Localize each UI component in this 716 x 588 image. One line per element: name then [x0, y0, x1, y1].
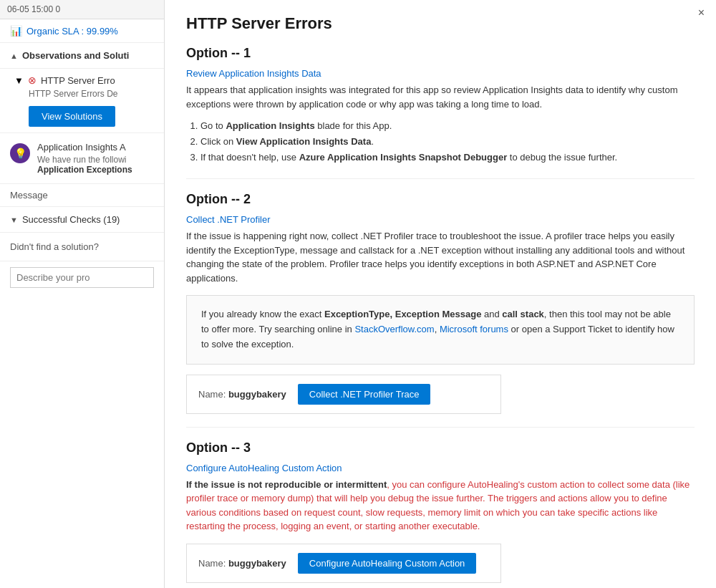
option2-action-row: Name: buggybakery Collect .NET Profiler … — [186, 375, 501, 414]
option3-heading: Option -- 3 — [186, 440, 695, 456]
option3-name-value: buggybakery — [228, 558, 286, 569]
option2-link[interactable]: Collect .NET Profiler — [186, 214, 695, 225]
right-panel: × HTTP Server Errors Option -- 1 Review … — [165, 0, 716, 588]
option2-name-value: buggybakery — [228, 389, 286, 400]
step-1: Go to Application Insights blade for thi… — [200, 118, 695, 134]
insight-desc-prefix: We have run the followi — [37, 155, 127, 165]
stackoverflow-link[interactable]: StackOverflow.com — [354, 324, 434, 334]
view-solutions-button[interactable]: View Solutions — [29, 106, 115, 127]
option2-desc: If the issue is happening right now, col… — [186, 229, 695, 285]
separator-1 — [186, 178, 695, 179]
error-circle-icon: ⊗ — [28, 74, 37, 86]
option1-link[interactable]: Review Application Insights Data — [186, 68, 695, 79]
observations-section-header[interactable]: ▲ Observations and Soluti — [0, 43, 164, 69]
message-label: Message — [10, 190, 48, 201]
lightbulb-icon: 💡 — [10, 143, 30, 163]
successful-checks-header[interactable]: ▼ Successful Checks (19) — [0, 207, 164, 233]
close-button[interactable]: × — [698, 7, 705, 19]
chevron-up-icon: ▲ — [10, 52, 18, 60]
option1-heading: Option -- 1 — [186, 46, 695, 61]
panel-title: HTTP Server Errors — [186, 14, 695, 33]
chevron-down-icon: ▼ — [14, 75, 24, 86]
sla-label: Organic SLA : 99.99% — [26, 26, 118, 37]
no-solution-text: Didn't find a solution? — [0, 233, 164, 261]
option2-name-label: Name: buggybakery — [198, 389, 286, 400]
sla-row: 📊 Organic SLA : 99.99% — [0, 19, 164, 43]
microsoft-forums-link[interactable]: Microsoft forums — [440, 324, 508, 334]
option1-steps: Go to Application Insights blade for thi… — [200, 118, 695, 165]
option3-link[interactable]: Configure AutoHealing Custom Action — [186, 463, 695, 473]
option3-desc-bold: If the issue is not reproducible or inte… — [186, 479, 387, 490]
http-error-obs-item: ▼ ⊗ HTTP Server Erro HTTP Server Errors … — [0, 69, 164, 133]
successful-checks-label: Successful Checks (19) — [22, 214, 120, 225]
option1-desc: It appears that application insights was… — [186, 83, 695, 111]
option2-heading: Option -- 2 — [186, 192, 695, 207]
option2-callout: If you already know the exact ExceptionT… — [186, 295, 695, 364]
option3-action-row: Name: buggybakery Configure AutoHealing … — [186, 544, 501, 583]
insight-content: Application Insights A We have run the f… — [37, 142, 154, 175]
option3-desc: If the issue is not reproducible or inte… — [186, 478, 695, 534]
message-row: Message — [0, 184, 164, 207]
left-panel: 06-05 15:00 0 📊 Organic SLA : 99.99% ▲ O… — [0, 0, 165, 588]
chart-icon: 📊 — [10, 25, 22, 37]
step-3: If that doesn't help, use Azure Applicat… — [200, 150, 695, 165]
http-error-desc: HTTP Server Errors De — [29, 89, 154, 99]
collect-profiler-button[interactable]: Collect .NET Profiler Trace — [298, 384, 431, 405]
separator-2 — [186, 427, 695, 428]
configure-autohealing-button[interactable]: Configure AutoHealing Custom Action — [298, 553, 477, 574]
top-bar-text: 06-05 15:00 0 — [7, 4, 60, 14]
http-error-title: HTTP Server Erro — [41, 75, 115, 86]
insight-item: 💡 Application Insights A We have run the… — [0, 133, 164, 184]
top-bar: 06-05 15:00 0 — [0, 0, 164, 19]
insight-desc: We have run the followi Application Exce… — [37, 155, 154, 175]
option3-name-label: Name: buggybakery — [198, 558, 286, 569]
obs-item-header: ▼ ⊗ HTTP Server Erro — [14, 74, 154, 86]
step-2: Click on View Application Insights Data. — [200, 134, 695, 150]
insight-title: Application Insights A — [37, 142, 154, 153]
chevron-down-icon-checks: ▼ — [10, 216, 18, 224]
observations-section-title: Observations and Soluti — [22, 50, 130, 61]
search-input[interactable] — [10, 267, 154, 288]
insight-desc-bold: Application Exceptions — [37, 165, 132, 175]
